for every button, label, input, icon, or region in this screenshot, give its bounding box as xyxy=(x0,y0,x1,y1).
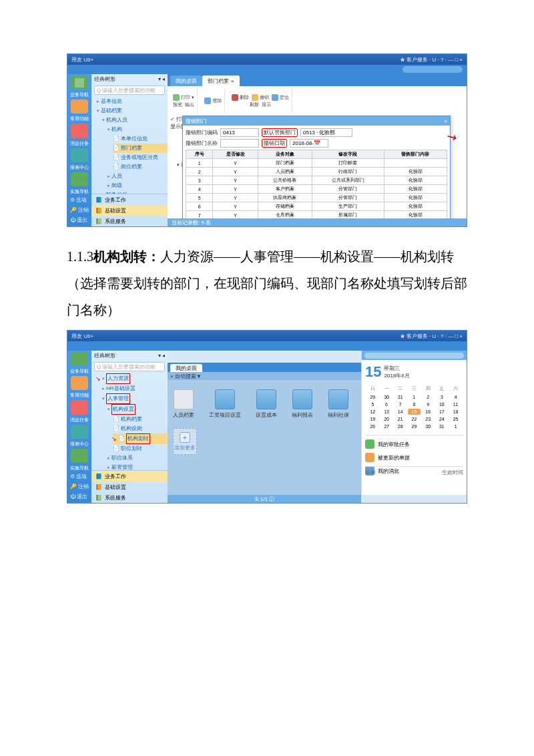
tab-desktop[interactable]: 我的桌面 xyxy=(170,75,202,86)
tree-item[interactable]: ▸薪资管理 xyxy=(107,463,168,470)
tree-hr-mgmt[interactable]: ▾人事管理 xyxy=(102,393,168,404)
print-btn[interactable]: 打印▾ xyxy=(173,94,194,101)
nav-impl-label: 实施导航 xyxy=(70,465,89,470)
body-paragraph: 1.1.3机构划转：人力资源——人事管理——机构设置——机构划转（选择需要划转的… xyxy=(67,243,467,323)
dialog-close[interactable]: × xyxy=(444,118,447,124)
nav-impl[interactable] xyxy=(71,172,88,186)
tree-item[interactable]: ▸HR基础设置 xyxy=(102,384,168,393)
title-bar: 用友 U8+ ★ 客户服务 · U · ? · — □ × xyxy=(67,54,467,65)
ribbon: 打印▾ 预览输出 增加 删除撤销定位 刷新显示 xyxy=(168,86,467,116)
right-sidebar: 15 星期三2018年8月 日一二三四五六 2930311234 5678910… xyxy=(361,351,467,495)
shortcut-personnel[interactable]: 人员档案 xyxy=(173,389,194,419)
right-search[interactable] xyxy=(364,353,464,359)
tree-item[interactable]: ▾基础档案 xyxy=(97,106,168,116)
close-icon[interactable]: × xyxy=(231,78,234,84)
pager[interactable]: ① 1/1 ⓘ xyxy=(168,495,361,503)
nav-report[interactable] xyxy=(71,425,88,439)
tree-item-selected[interactable]: 📄 部门档案 xyxy=(113,144,168,153)
tree-org-transfer[interactable]: ↘📄 机构划转 xyxy=(113,433,168,444)
tree-org-set[interactable]: ▾机构设置 xyxy=(107,404,168,415)
tree-item[interactable]: 📄 机构设岗 xyxy=(113,424,168,433)
main-area: 我的桌面 部门档案 × 打印▾ 预览输出 增加 删除撤销定位 刷新显示 ✓ 打印… xyxy=(168,74,467,226)
del-btn[interactable]: 删除 xyxy=(232,94,249,101)
tab-dept-archive[interactable]: 部门档案 × xyxy=(202,75,240,86)
shortcut-payroll[interactable]: 工资项目设置 xyxy=(209,389,241,419)
tab-desktop[interactable]: 我的桌面 xyxy=(170,364,202,372)
panel-base[interactable]: 📙 基础设置 xyxy=(91,482,168,492)
nav-common[interactable] xyxy=(71,100,88,114)
window-controls-text: ★ 客户服务 · U · ? · — □ × xyxy=(400,56,463,63)
tree-hr-root[interactable]: ↘▾人力资源 xyxy=(97,373,168,384)
tree-header: 经典树形 xyxy=(94,75,115,83)
table-row[interactable]: 6Y存储档案生产部门化验部 xyxy=(186,202,447,211)
tree-search[interactable]: Q 请输入您要搜索的功能 xyxy=(94,362,165,371)
exit-btn[interactable]: ⏻ 退出 xyxy=(70,216,89,224)
shortcut-cost[interactable]: 设置成本 xyxy=(256,389,277,419)
shortcut-welfare-rpt[interactable]: 福利报表 xyxy=(292,389,313,419)
opt-btn[interactable]: ⚙ 选项 xyxy=(70,196,89,204)
tree-item[interactable]: ▸基本信息 xyxy=(97,97,168,106)
tree-item[interactable]: 📄 机构档案 xyxy=(113,415,168,424)
table-row[interactable]: 5Y供应商档案分管部门化验部 xyxy=(186,194,447,202)
tree-item[interactable]: ▾机构 xyxy=(107,125,168,134)
nav-msg[interactable] xyxy=(71,124,88,138)
todo-updated[interactable]: 被更新的单据 xyxy=(365,453,463,462)
show-btn[interactable]: 显示 xyxy=(262,102,271,108)
exit-btn[interactable]: ⏻ 退出 xyxy=(70,493,89,500)
calendar[interactable]: 日一二三四五六 2930311234 567891011 12131415161… xyxy=(365,383,463,431)
code-input[interactable]: 0413 xyxy=(220,128,259,137)
nav-report[interactable] xyxy=(71,148,88,162)
nav-msg[interactable] xyxy=(71,400,88,414)
window-controls[interactable]: ★ 客户服务 · U · ? · — □ × xyxy=(400,56,463,63)
window-controls[interactable]: ★ 客户服务 · U · ? · — □ × xyxy=(400,333,463,340)
tree-item[interactable]: 📄 岗位档案 xyxy=(113,162,168,172)
table-row[interactable]: 1Y部门档案打印标签 xyxy=(186,159,447,168)
code-label: 撤销部门编码 xyxy=(186,129,218,136)
logout-btn[interactable]: 🔑 注销 xyxy=(70,483,89,490)
todo-approvals[interactable]: 我的审批任务 xyxy=(365,439,463,449)
undo-btn[interactable]: 撤销 xyxy=(252,94,269,101)
date-sub: 2018年8月 xyxy=(384,372,409,379)
table-row[interactable]: 3Y公共价格表公共或系列部门化验部 xyxy=(186,176,447,185)
global-search[interactable] xyxy=(403,66,463,73)
nav-business[interactable] xyxy=(71,75,88,89)
add-btn[interactable]: 增加 xyxy=(204,98,222,104)
default-label: 默认替换部门 xyxy=(262,128,298,137)
nav-business[interactable] xyxy=(71,352,88,366)
panel-biz[interactable]: 📘 业务工作 xyxy=(91,471,168,482)
name-input[interactable] xyxy=(220,139,259,148)
left-icon-bar: 业务导航 常用功能 消息任务 报表中心 实施导航 ⚙ 选项 🔑 注销 ⏻ 退出 xyxy=(67,351,91,503)
tree-item[interactable]: ▸岗级 xyxy=(107,181,168,190)
tree-item[interactable]: ▾机构人员 xyxy=(102,116,168,125)
opt-btn[interactable]: ⚙ 选项 xyxy=(70,473,89,480)
shortcut-welfare-ins[interactable]: 福利社保 xyxy=(328,389,349,419)
logout-btn[interactable]: 🔑 注销 xyxy=(70,206,89,214)
tree-item[interactable]: ▸人员 xyxy=(107,172,168,181)
refresh-btn[interactable]: 刷新 xyxy=(250,102,259,108)
tree-item[interactable]: 📄 职位划转 xyxy=(113,444,168,453)
nav-impl[interactable] xyxy=(71,449,88,463)
add-shortcut[interactable]: +添加更多 xyxy=(173,428,197,455)
app-brand: 用友 U8+ xyxy=(71,56,93,63)
panel-biz[interactable]: 📘 业务工作 xyxy=(91,194,168,205)
date-label: 撤销日期 xyxy=(262,139,287,148)
screenshot-org-transfer: 用友 U8+ ★ 客户服务 · U · ? · — □ × 业务导航 常用功能 … xyxy=(67,330,467,504)
tree-search[interactable]: Q 请输入您要搜索的功能 xyxy=(94,85,165,95)
screenshot-dept-archive: 用友 U8+ ★ 客户服务 · U · ? · — □ × 业务导航 常用功能 … xyxy=(67,53,467,227)
nav-common-label: 常用功能 xyxy=(70,116,89,121)
table-row[interactable]: 2Y人员档案行政部门化验部 xyxy=(186,168,447,176)
output-btn[interactable]: 输出 xyxy=(185,102,194,108)
table-row[interactable]: 4Y客户档案分管部门化验部 xyxy=(186,185,447,194)
date-input[interactable]: 2018-08-📅 xyxy=(290,139,328,148)
nav-common[interactable] xyxy=(71,376,88,390)
default-input[interactable]: 0513 · 化验部 xyxy=(300,128,352,137)
nav-tree-panel: 经典树形▾ ◂ Q 请输入您要搜索的功能 ↘▾人力资源 ▸HR基础设置 ▾人事管… xyxy=(91,351,168,503)
preview-btn[interactable]: 预览 xyxy=(173,102,182,108)
tree-item[interactable]: 📄 业务或地区分类 xyxy=(113,153,168,162)
panel-sys[interactable]: 📗 系统服务 xyxy=(91,492,168,503)
tree-item[interactable]: ▸职位体系 xyxy=(107,453,168,463)
panel-sys[interactable]: 📗 系统服务 xyxy=(91,216,168,226)
loc-btn[interactable]: 定位 xyxy=(272,94,289,101)
tree-item[interactable]: 📄 本单位信息 xyxy=(113,134,168,144)
panel-base[interactable]: 📙 基础设置 xyxy=(91,205,168,216)
